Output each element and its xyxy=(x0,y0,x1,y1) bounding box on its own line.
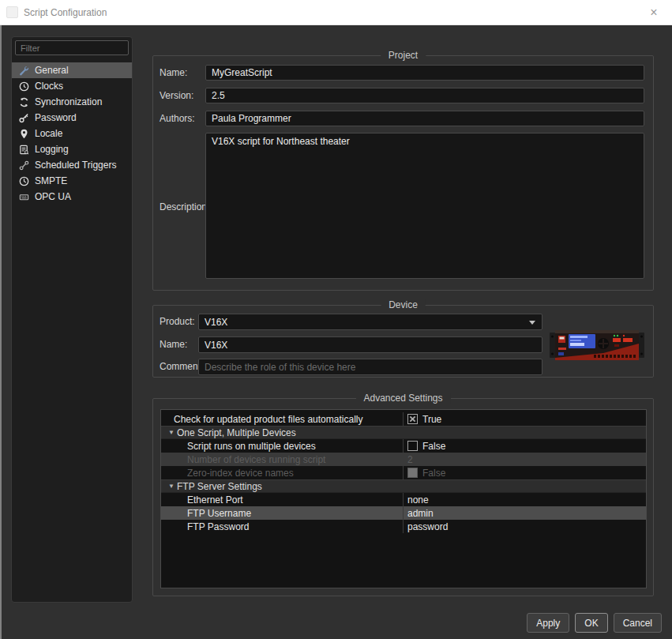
group-label: FTP Server Settings xyxy=(177,481,262,492)
project-name-input[interactable] xyxy=(205,65,644,81)
advanced-settings-table: Check for updated product files automati… xyxy=(160,409,647,588)
row-value: False xyxy=(403,439,646,453)
row-value: False xyxy=(403,466,646,479)
row-label: Check for updated product files automati… xyxy=(161,412,403,426)
apply-button[interactable]: Apply xyxy=(527,613,569,633)
expander-icon[interactable]: ▼ xyxy=(166,429,177,436)
sidebar-item-password[interactable]: Password xyxy=(12,110,132,126)
row-value: 2 xyxy=(403,453,646,466)
device-product-value: V16X xyxy=(205,317,227,328)
sidebar-item-locale[interactable]: Locale xyxy=(12,126,132,141)
sidebar-item-label: SMPTE xyxy=(35,175,67,186)
sidebar-item-label: General xyxy=(35,65,69,76)
row-label: Script runs on multiple devices xyxy=(161,439,403,453)
opc-grid-icon xyxy=(18,191,29,202)
filter-input[interactable] xyxy=(15,40,129,55)
sidebar-item-smpte[interactable]: SMPTE xyxy=(12,173,132,189)
project-group: Project Name: Version: Authors: Descript… xyxy=(152,55,654,291)
table-row-ethernet-port[interactable]: Ethernet Port none xyxy=(161,493,646,506)
row-value: True xyxy=(403,412,646,426)
trigger-link-icon xyxy=(18,160,29,171)
advanced-settings-group-title: Advanced Settings xyxy=(355,393,450,404)
row-value: password xyxy=(403,520,646,533)
sidebar-item-scheduled-triggers[interactable]: Scheduled Triggers xyxy=(12,157,132,173)
device-product-dropdown[interactable]: V16X xyxy=(198,314,542,330)
project-version-input[interactable] xyxy=(205,88,644,103)
row-label: Number of devices running script xyxy=(161,453,403,466)
device-product-label: Product: xyxy=(160,316,195,327)
device-name-input[interactable] xyxy=(198,336,542,353)
table-group-ftp-settings[interactable]: ▼ FTP Server Settings xyxy=(161,479,646,493)
advanced-settings-group: Advanced Settings Check for updated prod… xyxy=(152,398,654,596)
sync-icon xyxy=(18,96,29,107)
device-group: Device Product: V16X Name: Comment: xyxy=(152,305,654,378)
row-label: Ethernet Port xyxy=(161,493,403,506)
sidebar-item-label: Logging xyxy=(35,144,69,155)
row-label: FTP Password xyxy=(161,520,403,533)
table-row-ftp-username[interactable]: FTP Username admin xyxy=(161,506,646,520)
sidebar-item-clocks[interactable]: Clocks xyxy=(12,78,132,94)
project-group-title: Project xyxy=(381,50,426,61)
expander-icon[interactable]: ▼ xyxy=(166,483,177,490)
group-label: One Script, Multiple Devices xyxy=(177,427,296,438)
checkbox-state-label: False xyxy=(422,468,445,479)
checkbox-state-label: False xyxy=(422,441,445,452)
row-label: FTP Username xyxy=(161,506,403,520)
cancel-button[interactable]: Cancel xyxy=(614,613,662,633)
checkbox-disabled-icon xyxy=(407,468,418,478)
log-icon xyxy=(18,144,29,155)
sidebar-item-label: Locale xyxy=(35,128,62,139)
sidebar-nav: General Clocks Synchronization xyxy=(12,62,132,205)
table-row-device-count[interactable]: Number of devices running script 2 xyxy=(161,453,646,466)
sidebar-item-general[interactable]: General xyxy=(12,62,132,78)
table-group-one-script[interactable]: ▼ One Script, Multiple Devices xyxy=(161,426,646,439)
sidebar-item-opc-ua[interactable]: OPC UA xyxy=(12,189,132,205)
script-configuration-dialog: Script Configuration × General Clocks xyxy=(0,0,672,639)
sidebar-item-logging[interactable]: Logging xyxy=(12,141,132,157)
dialog-body: General Clocks Synchronization xyxy=(0,25,672,639)
map-pin-icon xyxy=(18,128,29,139)
table-row-check-updates[interactable]: Check for updated product files automati… xyxy=(161,412,646,426)
table-row-zero-index[interactable]: Zero-index device names False xyxy=(161,466,646,479)
project-version-label: Version: xyxy=(160,90,193,101)
clock-icon xyxy=(18,81,29,92)
footer-buttons: Apply OK Cancel xyxy=(527,613,662,633)
sidebar-item-label: Scheduled Triggers xyxy=(35,160,116,171)
window-title: Script Configuration xyxy=(24,7,107,18)
device-name-label: Name: xyxy=(160,339,187,350)
device-photo xyxy=(548,326,646,364)
checkbox-state-label: True xyxy=(422,414,441,425)
project-authors-input[interactable] xyxy=(205,111,644,126)
sidebar-item-label: Synchronization xyxy=(35,96,102,107)
close-icon[interactable]: × xyxy=(645,4,663,21)
window-left-edge xyxy=(0,25,2,639)
project-authors-label: Authors: xyxy=(160,113,195,124)
smpte-clock-icon xyxy=(18,175,29,186)
device-comment-input[interactable] xyxy=(198,359,542,375)
row-value: none xyxy=(403,493,646,506)
row-value: admin xyxy=(403,506,646,520)
ok-button[interactable]: OK xyxy=(575,613,607,633)
app-icon xyxy=(6,6,18,18)
dropdown-arrow-icon xyxy=(529,321,535,325)
project-description-textarea[interactable]: V16X script for Northeast theater xyxy=(205,133,644,279)
checkbox-unchecked-icon[interactable] xyxy=(407,441,418,451)
table-row-ftp-password[interactable]: FTP Password password xyxy=(161,520,646,533)
sidebar-item-label: OPC UA xyxy=(35,191,71,202)
sidebar-item-synchronization[interactable]: Synchronization xyxy=(12,94,132,110)
project-description-label: Description: xyxy=(160,201,209,212)
sidebar-item-label: Password xyxy=(35,112,77,123)
sidebar-item-label: Clocks xyxy=(35,81,63,92)
wrench-icon xyxy=(18,65,29,76)
row-label: Zero-index device names xyxy=(161,466,403,479)
titlebar: Script Configuration × xyxy=(0,0,672,25)
device-group-title: Device xyxy=(381,299,426,310)
device-comment-label: Comment: xyxy=(160,361,203,372)
table-row-multiple-devices[interactable]: Script runs on multiple devices False xyxy=(161,439,646,453)
key-icon xyxy=(18,112,29,123)
project-name-label: Name: xyxy=(160,67,187,78)
checkbox-checked-icon[interactable] xyxy=(407,414,418,424)
settings-sidebar: General Clocks Synchronization xyxy=(11,36,133,603)
